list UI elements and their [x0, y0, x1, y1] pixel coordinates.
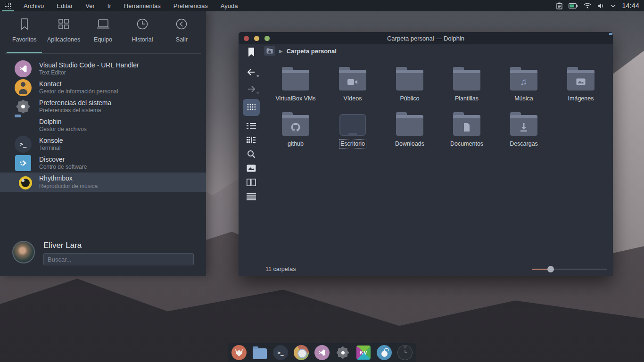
wifi-icon[interactable] — [584, 3, 591, 8]
dock-vscode[interactable] — [314, 345, 330, 360]
forward-button[interactable] — [243, 82, 260, 96]
history-clock-icon — [136, 18, 149, 32]
tab-label: Salir — [176, 36, 188, 43]
menu-editar[interactable]: Editar — [57, 2, 73, 9]
clock[interactable]: 14:44 — [622, 2, 639, 9]
menu-ayuda[interactable]: Ayuda — [221, 2, 238, 9]
app-subtitle: Terminal — [39, 145, 63, 152]
app-title: Dolphin — [39, 118, 87, 126]
folder-view[interactable]: VirtualBox VMs Vídeos Público Plantillas… — [264, 58, 613, 262]
dock-kvantum[interactable]: KV — [356, 345, 371, 360]
search-input[interactable] — [43, 253, 194, 265]
folder-icon — [567, 70, 594, 90]
battery-icon[interactable] — [569, 3, 578, 8]
bookmark-icon — [19, 18, 30, 32]
folder-icon: ♫ — [510, 70, 537, 90]
tab-label: Historial — [132, 36, 153, 43]
folder-plantillas[interactable]: Plantillas — [440, 63, 493, 102]
app-launcher-button[interactable] — [0, 0, 16, 11]
dock-system-settings[interactable] — [335, 345, 350, 360]
zoom-slider[interactable] — [532, 266, 607, 272]
firefox-icon — [231, 345, 247, 360]
folder-icon — [396, 115, 423, 136]
clipboard-icon[interactable] — [556, 2, 562, 9]
app-item-konsole[interactable]: >_ KonsoleTerminal — [0, 135, 194, 154]
app-item-rhythmbox[interactable]: RhythmboxReproductor de música — [0, 173, 206, 192]
folder-icon — [15, 117, 32, 134]
desktop: Archivo Editar Ver Ir Herramientas Prefe… — [0, 0, 644, 362]
folder-label: Plantillas — [455, 95, 479, 102]
tab-favoritos[interactable]: Favoritos — [5, 18, 44, 54]
maximize-button[interactable] — [264, 36, 270, 41]
dock-file-manager[interactable] — [252, 345, 267, 360]
leave-icon — [175, 18, 188, 32]
menu-herramientas[interactable]: Herramientas — [124, 2, 161, 9]
folder-label: Downloads — [395, 140, 424, 147]
system-settings-icon — [15, 98, 32, 115]
system-settings-icon — [335, 345, 350, 360]
folder-label: Descargas — [510, 140, 538, 147]
dolphin-window: Carpeta personal — Dolphin ▶ Carpeta per… — [239, 32, 613, 276]
close-button[interactable] — [244, 36, 249, 41]
folder-videos[interactable]: Vídeos — [326, 63, 379, 102]
menu-hamburger-icon[interactable] — [243, 189, 260, 204]
folder-imagenes[interactable]: Imágenes — [554, 63, 607, 102]
back-button[interactable] — [243, 65, 260, 79]
home-folder-button[interactable] — [264, 46, 275, 56]
folder-escritorio[interactable]: Escritorio — [326, 108, 379, 147]
desktop-icon — [339, 114, 366, 136]
application-launcher-panel: Favoritos Aplicaciones Equipo Historial … — [0, 11, 206, 276]
dock-clock[interactable]: 12 — [397, 345, 413, 360]
minimize-button[interactable] — [254, 36, 259, 41]
menu-preferencias[interactable]: Preferencias — [173, 2, 208, 9]
footer-divider — [12, 234, 194, 234]
vscode-icon — [314, 345, 330, 360]
window-title: Carpeta personal — Dolphin — [239, 35, 613, 42]
app-item-discover[interactable]: DiscoverCentro de software — [0, 154, 194, 173]
folder-publico[interactable]: Público — [383, 63, 436, 102]
details-view-button[interactable] — [243, 133, 260, 147]
split-view-icon[interactable] — [243, 175, 260, 189]
menu-ir[interactable]: Ir — [107, 2, 111, 9]
tab-salir[interactable]: Salir — [162, 18, 201, 54]
app-item-dolphin[interactable]: DolphinGestor de archivos — [0, 116, 194, 135]
folder-label: Imágenes — [568, 95, 594, 102]
menu-ver[interactable]: Ver — [85, 2, 95, 9]
bookmark-places-icon[interactable] — [243, 45, 260, 59]
breadcrumb[interactable]: Carpeta personal — [287, 48, 337, 55]
dock-blue-app[interactable] — [377, 345, 392, 360]
app-subtitle: Preferencias del sistema — [39, 107, 111, 114]
menu-archivo[interactable]: Archivo — [24, 2, 44, 9]
preview-image-icon[interactable] — [243, 161, 260, 175]
computer-icon — [96, 18, 110, 32]
app-item-vscode[interactable]: Visual Studio Code - URL HandlerText Edi… — [0, 59, 194, 78]
folder-documentos[interactable]: Documentos — [440, 108, 493, 147]
folder-github[interactable]: github — [269, 108, 322, 147]
folder-musica[interactable]: ♫ Música — [497, 63, 550, 102]
volume-icon[interactable] — [597, 3, 604, 9]
folder-label: github — [288, 140, 304, 147]
search-icon[interactable] — [243, 147, 260, 161]
avatar[interactable] — [12, 241, 35, 263]
tab-equipo[interactable]: Equipo — [83, 18, 123, 54]
dock-firefox[interactable] — [231, 345, 247, 360]
tab-historial[interactable]: Historial — [123, 18, 162, 54]
app-subtitle: Centro de software — [39, 164, 87, 171]
folder-descargas[interactable]: Descargas — [497, 108, 550, 147]
titlebar[interactable]: Carpeta personal — Dolphin — [239, 32, 613, 44]
tab-aplicaciones[interactable]: Aplicaciones — [44, 18, 83, 54]
icons-view-button[interactable] — [243, 99, 260, 116]
slider-handle[interactable] — [547, 266, 554, 272]
list-view-button[interactable] — [243, 119, 260, 133]
app-item-kontact[interactable]: KontactGestor de información personal — [0, 78, 194, 97]
app-item-system-settings[interactable]: Preferencias del sistemaPreferencias del… — [0, 97, 194, 116]
folder-icon — [282, 70, 309, 90]
kontact-icon — [15, 79, 32, 96]
dock-konsole[interactable]: >_ — [273, 345, 288, 360]
folder-virtualbox-vms[interactable]: VirtualBox VMs — [269, 63, 322, 102]
tab-label: Favoritos — [12, 36, 36, 43]
chevron-down-icon[interactable] — [611, 4, 616, 8]
folder-downloads[interactable]: Downloads — [383, 108, 436, 147]
location-bar: ▶ Carpeta personal — [264, 44, 613, 58]
dock-chrome[interactable] — [294, 345, 309, 360]
